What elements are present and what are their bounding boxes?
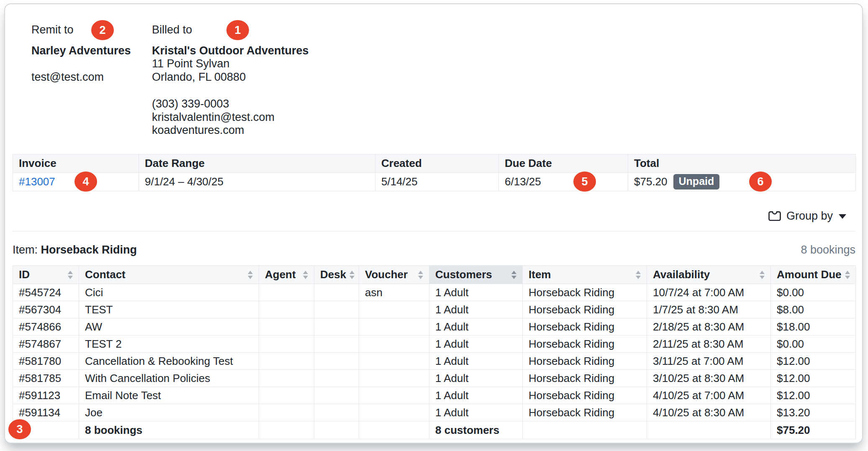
column-header-amount-due[interactable]: Amount Due	[771, 266, 856, 284]
cell-amount-due: $12.00	[771, 353, 856, 370]
cell-availability: 2/18/25 at 8:30 AM	[647, 318, 771, 336]
annotation-marker-1: 1	[226, 20, 249, 40]
annotation-marker-2: 2	[91, 20, 114, 40]
cell-voucher	[359, 404, 429, 421]
cell-agent	[259, 284, 314, 301]
cell-contact: With Cancellation Policies	[79, 370, 259, 387]
billed-to-address-line2: Orlando, FL 00880	[152, 71, 308, 84]
billed-to-name: Kristal's Outdoor Adventures	[152, 44, 308, 58]
annotation-marker-6: 6	[749, 172, 772, 192]
sort-arrows-icon	[418, 271, 423, 279]
sort-arrows-icon	[636, 271, 641, 279]
cell-desk	[314, 387, 359, 404]
footer-cell-desk	[314, 421, 359, 439]
summary-column-header-created: Created	[375, 154, 499, 173]
cell-id: #567304	[13, 301, 79, 318]
footer-cell-amount-due: $75.20	[771, 421, 856, 439]
table-row[interactable]: #581780Cancellation & Rebooking Test1 Ad…	[13, 353, 856, 370]
column-header-agent[interactable]: Agent	[259, 266, 314, 284]
cell-item: Horseback Riding	[523, 353, 647, 370]
bookings-table-section: IDContactAgentDeskVoucherCustomersItemAv…	[13, 265, 856, 439]
cell-customers: 1 Adult	[429, 301, 523, 318]
cell-customers: 1 Adult	[429, 370, 523, 387]
cell-contact: Cici	[79, 284, 259, 301]
group-by-button[interactable]: Group by	[768, 208, 846, 223]
address-section: Remit to Narley Adventures test@test.com…	[31, 23, 308, 137]
column-header-item[interactable]: Item	[523, 266, 647, 284]
billed-to-phone: (303) 339-0003	[152, 97, 308, 111]
table-row[interactable]: #591123Email Note Test1 AdultHorseback R…	[13, 387, 856, 404]
table-row[interactable]: #574867TEST 21 AdultHorseback Riding2/11…	[13, 336, 856, 353]
cell-availability: 3/11/25 at 7:00 AM	[647, 353, 771, 370]
cell-availability: 4/10/25 at 8:30 AM	[647, 404, 771, 421]
summary-column-header-invoice: Invoice	[13, 154, 139, 173]
footer-cell-agent	[259, 421, 314, 439]
cell-contact: Email Note Test	[79, 387, 259, 404]
table-row[interactable]: #574866AW1 AdultHorseback Riding2/18/25 …	[13, 318, 856, 336]
cell-agent	[259, 387, 314, 404]
billed-to-email: kristalvalentin@test.com	[152, 111, 308, 124]
sort-arrows-icon	[349, 271, 354, 279]
table-row[interactable]: #581785With Cancellation Policies1 Adult…	[13, 370, 856, 387]
table-row[interactable]: #591134Joe1 AdultHorseback Riding4/10/25…	[13, 404, 856, 421]
sort-arrows-icon	[845, 271, 850, 279]
cell-desk	[314, 353, 359, 370]
cell-agent	[259, 336, 314, 353]
footer-cell-availability	[647, 421, 771, 439]
cell-amount-due: $8.00	[771, 301, 856, 318]
column-header-desk[interactable]: Desk	[314, 266, 359, 284]
item-name: Horseback Riding	[41, 243, 137, 256]
cell-voucher	[359, 353, 429, 370]
cell-agent	[259, 318, 314, 336]
cell-contact: Joe	[79, 404, 259, 421]
cell-availability: 10/7/24 at 7:00 AM	[647, 284, 771, 301]
cell-item: Horseback Riding	[523, 404, 647, 421]
cell-contact: AW	[79, 318, 259, 336]
spacer	[31, 57, 152, 71]
cell-customers: 1 Adult	[429, 318, 523, 336]
cell-item: Horseback Riding	[523, 318, 647, 336]
cell-id: #545724	[13, 284, 79, 301]
cell-amount-due: $12.00	[771, 370, 856, 387]
cell-availability: 4/10/25 at 7:00 AM	[647, 387, 771, 404]
table-row[interactable]: #545724Ciciasn1 AdultHorseback Riding10/…	[13, 284, 856, 301]
remit-to-name: Narley Adventures	[31, 44, 152, 58]
column-header-label: Item	[529, 268, 551, 281]
invoice-number-link[interactable]: #13007	[19, 175, 55, 188]
cell-customers: 1 Adult	[429, 336, 523, 353]
sort-arrows-icon	[303, 271, 308, 279]
remit-to-block: Remit to Narley Adventures test@test.com	[31, 23, 152, 137]
cell-amount-due: $0.00	[771, 284, 856, 301]
column-header-label: Contact	[85, 268, 126, 281]
column-header-availability[interactable]: Availability	[647, 266, 771, 284]
bookings-table: IDContactAgentDeskVoucherCustomersItemAv…	[13, 265, 856, 439]
cell-desk	[314, 370, 359, 387]
column-header-label: Availability	[653, 268, 710, 281]
cell-agent	[259, 404, 314, 421]
column-header-contact[interactable]: Contact	[79, 266, 259, 284]
column-header-id[interactable]: ID	[13, 266, 79, 284]
table-row[interactable]: #567304TEST1 AdultHorseback Riding1/7/25…	[13, 301, 856, 318]
cell-desk	[314, 336, 359, 353]
column-header-label: Desk	[320, 268, 346, 281]
cell-amount-due: $12.00	[771, 387, 856, 404]
status-badge-unpaid: Unpaid	[673, 174, 720, 190]
column-header-voucher[interactable]: Voucher	[359, 266, 429, 284]
cell-contact: TEST 2	[79, 336, 259, 353]
cell-voucher	[359, 336, 429, 353]
bookings-footer-row: 8 bookings8 customers$75.20	[13, 421, 856, 439]
cell-desk	[314, 318, 359, 336]
column-header-customers[interactable]: Customers	[429, 266, 523, 284]
footer-cell-item	[523, 421, 647, 439]
cell-contact: TEST	[79, 301, 259, 318]
cell-item: Horseback Riding	[523, 301, 647, 318]
billed-to-website: koadventures.com	[152, 124, 308, 137]
bookings-header-row: IDContactAgentDeskVoucherCustomersItemAv…	[13, 266, 856, 284]
invoice-summary-table: InvoiceDate RangeCreatedDue DateTotal #1…	[13, 154, 856, 191]
column-header-label: Amount Due	[777, 268, 842, 281]
cell-agent	[259, 370, 314, 387]
cell-agent	[259, 301, 314, 318]
invoice-summary-row: #13007 9/1/24 – 4/30/25 5/14/25 6/13/25 …	[13, 173, 856, 191]
cell-item: Horseback Riding	[523, 387, 647, 404]
cell-id: #574867	[13, 336, 79, 353]
